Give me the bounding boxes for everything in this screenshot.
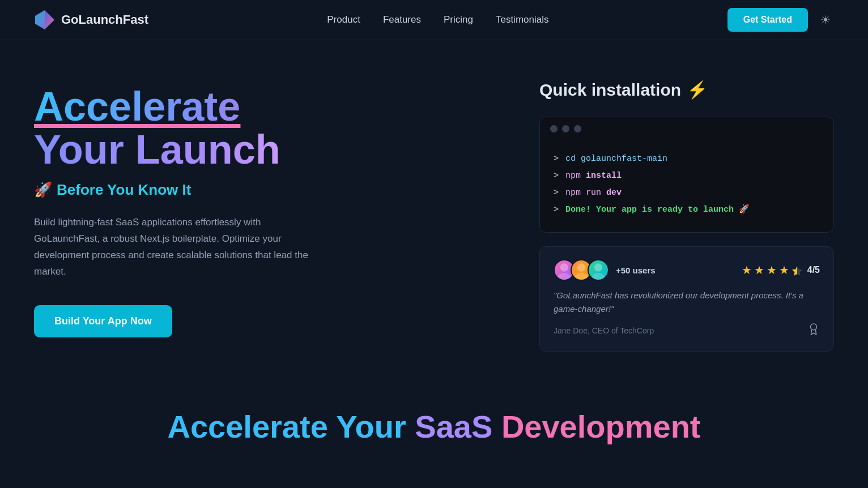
terminal-line-4: > Done! Your app is ready to launch 🚀	[554, 202, 820, 219]
get-started-button[interactable]: Get Started	[727, 8, 808, 32]
cmd-npm-install: npm install	[565, 168, 622, 185]
testimonial-footer: Jane Doe, CEO of TechCorp	[554, 323, 820, 339]
cmd-npm-run: npm run dev	[565, 185, 622, 202]
bottom-section: Accelerate Your SaaS Development	[0, 374, 868, 468]
avatar-3	[588, 259, 609, 281]
svg-marker-8	[792, 266, 802, 276]
prompt-2: >	[554, 168, 559, 185]
star-half	[792, 264, 803, 277]
prompt-4: >	[554, 202, 559, 219]
terminal-body: > cd golaunchfast-main > npm install > n…	[540, 140, 833, 232]
hero-left: Accelerate Your Launch 🚀 Before You Know…	[34, 80, 374, 337]
cmd-done: Done! Your app is ready to launch 🚀	[565, 202, 750, 219]
testimonial-author: Jane Doe, CEO of TechCorp	[554, 326, 654, 335]
bottom-word-accelerate: Accelerate	[167, 409, 327, 444]
star-3: ★	[767, 263, 777, 277]
hero-section: Accelerate Your Launch 🚀 Before You Know…	[0, 40, 868, 374]
logo[interactable]: GoLaunchFast	[34, 9, 148, 31]
svg-marker-0	[45, 10, 54, 29]
logo-icon	[34, 9, 56, 31]
terminal-dot-1	[550, 125, 558, 132]
nav-pricing[interactable]: Pricing	[444, 14, 473, 25]
quick-install-title: Quick installation ⚡	[539, 80, 834, 100]
terminal-dot-2	[562, 125, 569, 132]
quick-install-emoji: ⚡	[687, 80, 708, 100]
award-icon	[807, 323, 820, 339]
rating-number: 4/5	[807, 265, 820, 275]
cmd-cd: cd golaunchfast-main	[565, 151, 667, 168]
brand-name: GoLaunchFast	[61, 12, 148, 27]
hero-title-line1: Accelerate	[34, 85, 374, 129]
navbar: GoLaunchFast Product Features Pricing Te…	[0, 0, 868, 40]
build-app-button[interactable]: Build Your App Now	[34, 305, 172, 337]
svg-point-3	[558, 273, 571, 281]
terminal-header	[540, 117, 833, 140]
terminal-window: > cd golaunchfast-main > npm install > n…	[539, 117, 834, 233]
star-1: ★	[742, 263, 752, 277]
users-count: +50 users	[616, 266, 656, 275]
stars-rating: ★ ★ ★ ★	[742, 263, 820, 277]
svg-point-4	[577, 263, 585, 271]
bottom-word-your: Your	[336, 409, 406, 444]
testimonial-quote: "GoLaunchFast has revolutionized our dev…	[554, 289, 820, 316]
hero-subtitle: 🚀 Before You Know It	[34, 181, 374, 199]
svg-point-2	[560, 263, 568, 271]
svg-point-7	[592, 273, 605, 281]
terminal-line-1: > cd golaunchfast-main	[554, 151, 820, 168]
bottom-title: Accelerate Your SaaS Development	[34, 408, 834, 445]
svg-point-9	[811, 324, 817, 330]
quick-install-label: Quick installation	[539, 80, 681, 100]
social-proof-top: +50 users ★ ★ ★ ★	[554, 259, 820, 281]
star-4: ★	[779, 263, 789, 277]
svg-point-6	[594, 263, 602, 271]
avatar-list	[554, 259, 609, 281]
subtitle-emoji: 🚀	[34, 181, 52, 199]
nav-product[interactable]: Product	[327, 14, 360, 25]
nav-right: Get Started ☀	[727, 8, 834, 32]
hero-description: Build lightning-fast SaaS applications e…	[34, 215, 329, 280]
svg-marker-1	[35, 10, 45, 29]
terminal-line-2: > npm install	[554, 168, 820, 185]
prompt-1: >	[554, 151, 559, 168]
svg-point-5	[575, 273, 588, 281]
nav-features[interactable]: Features	[383, 14, 421, 25]
subtitle-text: Before You Know It	[57, 181, 191, 199]
terminal-dot-3	[574, 125, 581, 132]
avatars-group: +50 users	[554, 259, 656, 281]
hero-title: Accelerate Your Launch	[34, 85, 374, 171]
nav-links: Product Features Pricing Testimonials	[327, 14, 548, 25]
terminal-line-3: > npm run dev	[554, 185, 820, 202]
theme-toggle-button[interactable]: ☀	[817, 10, 834, 30]
bottom-word-development: Development	[501, 409, 701, 444]
prompt-3: >	[554, 185, 559, 202]
nav-testimonials[interactable]: Testimonials	[496, 14, 549, 25]
social-proof-card: +50 users ★ ★ ★ ★	[539, 246, 834, 352]
bottom-word-saas: SaaS	[415, 409, 492, 444]
hero-title-line2: Your Launch	[34, 129, 374, 172]
star-2: ★	[754, 263, 764, 277]
hero-right: Quick installation ⚡ > cd golaunchfast-m…	[539, 80, 834, 352]
